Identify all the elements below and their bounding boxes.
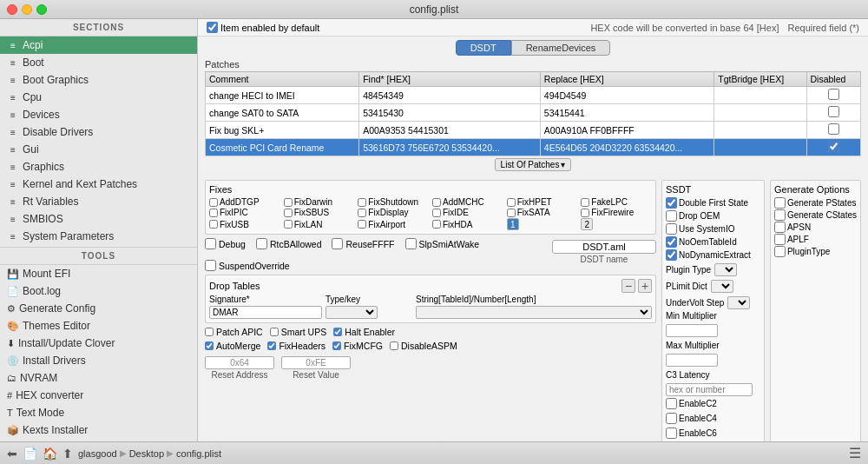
enable-c2-check[interactable] (666, 398, 677, 409)
automerge-checkbox[interactable]: AutoMerge (205, 341, 260, 351)
gen-plugintype-checkbox[interactable]: PluginType (774, 246, 857, 257)
rtc8allowed-check[interactable] (256, 238, 267, 249)
drop-table-stringval-select[interactable] (416, 306, 652, 319)
fix-fixsbus[interactable]: FixSBUS (284, 208, 355, 217)
fixmcfg-checkbox[interactable]: FixMCFG (332, 341, 383, 351)
sidebar-tool-install-clover[interactable]: ⬇ Install/Update Clover (0, 335, 197, 352)
fix-fixfirewire[interactable]: FixFirewire (581, 208, 652, 217)
fix-num1[interactable]: 1 (507, 218, 578, 230)
sidebar-item-cpu[interactable]: ≡ Cpu (0, 89, 197, 106)
suspendoverride-checkbox[interactable]: SuspendOverride (205, 260, 290, 271)
gen-cstates-check[interactable] (774, 209, 786, 221)
fix-fixlan[interactable]: FixLAN (284, 218, 355, 230)
fix-adddtgp[interactable]: AddDTGP (209, 197, 280, 207)
share-icon[interactable]: ⬆ (62, 447, 73, 461)
fix-fixipic-check[interactable] (209, 209, 218, 217)
fix-fixsata[interactable]: FixSATA (507, 208, 578, 217)
list-patches-button[interactable]: List Of Patches ▾ (495, 158, 572, 171)
sidebar-tool-clover-cloner[interactable]: 🔁 Clover Cloner (0, 439, 197, 441)
automerge-check[interactable] (205, 341, 214, 350)
gen-aplf-check[interactable] (774, 234, 786, 245)
minimize-button[interactable] (22, 4, 32, 15)
maximize-button[interactable] (36, 4, 47, 15)
smart-ups-check[interactable] (270, 328, 279, 336)
fixheaders-check[interactable] (267, 341, 276, 350)
fix-fixhda-check[interactable] (432, 220, 441, 229)
close-button[interactable] (7, 4, 17, 15)
halt-enabler-checkbox[interactable]: Halt Enabler (333, 327, 395, 337)
sidebar-item-disable-drivers[interactable]: ≡ Disable Drivers (0, 123, 197, 141)
table-row[interactable]: Cosmetic PCI Card Rename 53616D73 756E67… (206, 139, 861, 156)
fix-fixsata-check[interactable] (507, 209, 516, 217)
gen-apsn-checkbox[interactable]: APSN (774, 222, 857, 233)
dsdt-name-input[interactable]: DSDT.aml (552, 240, 656, 254)
enable-c4-checkbox[interactable]: EnableC4 (666, 413, 717, 424)
fix-fixhpet[interactable]: FixHPET (507, 197, 578, 207)
remove-drop-table-button[interactable]: − (621, 279, 635, 293)
sidebar-item-kernel-kext[interactable]: ≡ Kernel and Kext Patches (0, 176, 197, 193)
fix-addmchc-check[interactable] (432, 198, 441, 207)
nodynamic-check[interactable] (666, 249, 677, 261)
plugin-type-select[interactable] (714, 263, 737, 276)
path-folder-glasgood[interactable]: glasgood (78, 448, 117, 459)
sidebar-item-smbios[interactable]: ≡ SMBIOS (0, 210, 197, 228)
double-first-state-checkbox[interactable]: Double First State (666, 197, 748, 209)
tab-renamedevices[interactable]: RenameDevices (511, 40, 611, 56)
fix-1-btn[interactable]: 1 (507, 218, 519, 230)
fix-fixshutdown[interactable]: FixShutdown (358, 197, 429, 207)
document-icon[interactable]: 📄 (23, 447, 37, 461)
fix-fixhpet-check[interactable] (507, 198, 516, 207)
path-folder-desktop[interactable]: Desktop (129, 448, 164, 459)
fix-fixlan-check[interactable] (284, 220, 293, 229)
sidebar-tool-mount-efi[interactable]: 💾 Mount EFI (0, 265, 197, 282)
add-drop-table-button[interactable]: + (638, 279, 652, 293)
reset-address-input[interactable]: 0x64 (205, 356, 274, 369)
patch-apic-check[interactable] (205, 328, 214, 336)
fix-fakelpc[interactable]: FakeLPC (581, 197, 652, 207)
suspendoverride-check[interactable] (205, 260, 216, 271)
use-systemio-checkbox[interactable]: Use SystemIO (666, 223, 734, 235)
sidebar-tool-install-drivers[interactable]: 💿 Install Drivers (0, 352, 197, 369)
sidebar-tool-themes-editor[interactable]: 🎨 Themes Editor (0, 317, 197, 335)
fix-2-btn[interactable]: 2 (581, 218, 593, 230)
path-file-config[interactable]: config.plist (176, 448, 221, 459)
fix-fixairport-check[interactable] (358, 220, 366, 229)
table-row[interactable]: change HECI to IMEI 48454349 494D4549 (206, 87, 861, 104)
sidebar-tool-hex-converter[interactable]: # HEX converter (0, 387, 197, 404)
fix-fixfirewire-check[interactable] (581, 209, 589, 217)
double-first-state-check[interactable] (666, 197, 677, 209)
gen-pstates-check[interactable] (774, 197, 786, 209)
use-systemio-check[interactable] (666, 223, 677, 235)
fix-fixipic[interactable]: FixIPIC (209, 208, 280, 217)
sidebar-item-acpi[interactable]: ≡ Acpi (0, 36, 197, 54)
fix-fixdisplay-check[interactable] (358, 209, 366, 217)
max-multiplier-input[interactable] (666, 354, 718, 367)
reset-value-input[interactable]: 0xFE (281, 356, 351, 369)
sidebar-item-gui[interactable]: ≡ Gui (0, 141, 197, 158)
sidebar-item-graphics[interactable]: ≡ Graphics (0, 158, 197, 176)
menu-icon[interactable]: ☰ (849, 445, 861, 461)
fix-fixshutdown-check[interactable] (358, 198, 366, 207)
drop-oem-checkbox[interactable]: Drop OEM (666, 210, 720, 222)
row-disabled-check[interactable] (828, 89, 839, 100)
fix-adddtgp-check[interactable] (209, 198, 218, 207)
fixheaders-checkbox[interactable]: FixHeaders (267, 341, 326, 351)
enable-c2-checkbox[interactable]: EnableC2 (666, 398, 717, 409)
reuseffff-checkbox[interactable]: ReuseFFFF (332, 238, 394, 249)
sidebar-tool-generate-config[interactable]: ⚙ Generate Config (0, 300, 197, 317)
row-disabled-check[interactable] (828, 141, 839, 152)
sidebar-tool-text-mode[interactable]: T Text Mode (0, 404, 197, 421)
slpsmiawtwake-check[interactable] (405, 238, 417, 249)
drop-table-typekey-select[interactable] (326, 306, 378, 319)
fix-fixusb-check[interactable] (209, 220, 218, 229)
table-row[interactable]: Fix bug SKL+ A00A9353 54415301 A00A910A … (206, 122, 861, 139)
sidebar-item-devices[interactable]: ≡ Devices (0, 106, 197, 123)
nodynamic-checkbox[interactable]: NoDynamicExtract (666, 249, 760, 261)
fix-fixdarwin-check[interactable] (284, 198, 293, 207)
reuseffff-check[interactable] (332, 238, 343, 249)
disableaspm-checkbox[interactable]: DisableASPM (390, 341, 457, 351)
sidebar-item-boot-graphics[interactable]: ≡ Boot Graphics (0, 71, 197, 89)
debug-checkbox[interactable]: Debug (205, 238, 246, 249)
fix-fixdisplay[interactable]: FixDisplay (358, 208, 429, 217)
fix-fixide[interactable]: FixIDE (432, 208, 503, 217)
